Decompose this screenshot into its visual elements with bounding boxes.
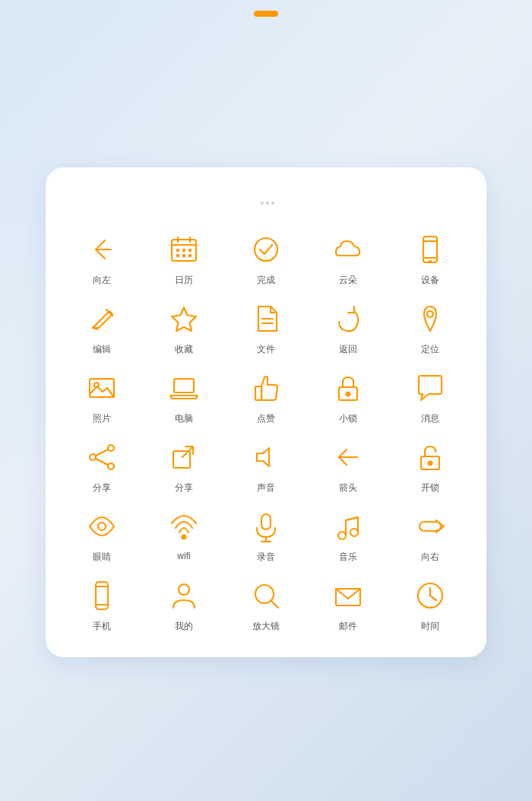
- sound-label: 声音: [257, 482, 275, 494]
- collect-icon: [164, 299, 204, 339]
- icon-item-like: 点赞: [228, 368, 304, 425]
- top-badge: [254, 11, 278, 17]
- phone-icon: [82, 576, 122, 615]
- share2-label: 分享: [175, 482, 193, 494]
- icons-grid: 向左日历完成云朵设备编辑收藏文件返回定位照片电脑点赞小锁消息分享分享声音箭头开锁…: [64, 230, 468, 633]
- svg-point-8: [177, 254, 179, 256]
- unlock-icon: [410, 437, 450, 477]
- svg-line-32: [96, 450, 108, 456]
- eye-icon: [82, 507, 122, 546]
- record-icon: [246, 507, 286, 546]
- icon-item-arrow: 箭头: [310, 437, 386, 494]
- svg-rect-42: [261, 514, 271, 529]
- calendar-label: 日历: [175, 274, 193, 287]
- icon-item-sound: 声音: [228, 437, 304, 494]
- search-label: 放大镜: [252, 620, 280, 633]
- svg-marker-36: [257, 448, 269, 466]
- lock-label: 小锁: [339, 412, 357, 425]
- like-label: 点赞: [257, 412, 275, 425]
- icon-item-lock: 小锁: [310, 368, 386, 425]
- icon-item-phone: 手机: [64, 576, 140, 633]
- complete-label: 完成: [257, 274, 275, 287]
- return-label: 返回: [339, 343, 357, 356]
- collect-label: 收藏: [175, 343, 193, 356]
- mail-icon: [328, 576, 368, 615]
- svg-point-15: [429, 260, 431, 262]
- svg-point-7: [189, 249, 191, 250]
- location-icon: [410, 299, 450, 339]
- svg-line-33: [96, 459, 108, 465]
- icon-item-share1: 分享: [64, 437, 140, 494]
- share1-icon: [82, 437, 122, 477]
- icon-item-location: 定位: [392, 299, 468, 356]
- share2-icon: [164, 437, 204, 477]
- music-icon: [328, 507, 368, 546]
- device-icon: [410, 230, 450, 269]
- wifi-icon: [164, 507, 204, 546]
- svg-point-29: [108, 445, 114, 451]
- cloud-icon: [328, 230, 368, 269]
- right-label: 向右: [421, 551, 439, 564]
- icon-item-cloud: 云朵: [310, 230, 386, 287]
- icon-item-unlock: 开锁: [392, 437, 468, 494]
- edit-label: 编辑: [93, 343, 111, 356]
- computer-label: 电脑: [175, 412, 193, 425]
- time-icon: [410, 576, 450, 615]
- right-icon: [410, 507, 450, 546]
- back-left-label: 向左: [93, 274, 111, 287]
- svg-point-30: [108, 463, 114, 469]
- svg-line-54: [271, 601, 278, 608]
- icon-item-computer: 电脑: [146, 368, 222, 425]
- edit-icon: [82, 299, 122, 339]
- search-icon: [246, 576, 286, 615]
- svg-line-47: [346, 517, 358, 520]
- svg-point-11: [255, 238, 277, 261]
- icon-item-mine: 我的: [146, 576, 222, 633]
- phone-label: 手机: [93, 620, 111, 633]
- icon-item-photo: 照片: [64, 368, 140, 425]
- wifi-label: wifi: [177, 551, 190, 561]
- icon-item-back-left: 向左: [64, 230, 140, 287]
- computer-icon: [164, 368, 204, 408]
- eye-label: 眼睛: [93, 551, 111, 564]
- svg-point-46: [350, 529, 358, 536]
- cloud-label: 云朵: [339, 274, 357, 287]
- svg-point-40: [98, 523, 106, 530]
- icon-item-music: 音乐: [310, 507, 386, 564]
- complete-icon: [246, 230, 286, 269]
- svg-point-9: [183, 254, 185, 256]
- icon-item-time: 时间: [392, 576, 468, 633]
- arrow-label: 箭头: [339, 482, 357, 494]
- photo-label: 照片: [93, 412, 111, 425]
- svg-point-28: [347, 392, 350, 396]
- icon-item-complete: 完成: [228, 230, 304, 287]
- like-icon: [246, 368, 286, 408]
- message-label: 消息: [421, 412, 439, 425]
- arrow-icon: [328, 437, 368, 477]
- unlock-label: 开锁: [421, 482, 439, 494]
- svg-rect-23: [90, 379, 114, 397]
- svg-rect-26: [255, 386, 261, 400]
- svg-marker-19: [172, 307, 196, 331]
- icon-item-file: 文件: [228, 299, 304, 356]
- svg-rect-34: [173, 451, 190, 468]
- svg-point-6: [183, 249, 185, 250]
- message-icon: [410, 368, 450, 408]
- mine-icon: [164, 576, 204, 615]
- svg-point-41: [182, 535, 186, 539]
- share1-label: 分享: [93, 482, 111, 494]
- icon-item-search: 放大镜: [228, 576, 304, 633]
- svg-point-39: [429, 461, 432, 465]
- svg-rect-48: [420, 522, 441, 531]
- icon-item-wifi: wifi: [146, 507, 222, 564]
- svg-point-45: [338, 532, 346, 539]
- file-icon: [246, 299, 286, 339]
- mine-label: 我的: [175, 620, 193, 633]
- return-icon: [328, 299, 368, 339]
- icon-item-share2: 分享: [146, 437, 222, 494]
- file-label: 文件: [257, 343, 275, 356]
- svg-rect-25: [174, 379, 194, 393]
- icon-item-collect: 收藏: [146, 299, 222, 356]
- device-label: 设备: [421, 274, 439, 287]
- icon-item-mail: 邮件: [310, 576, 386, 633]
